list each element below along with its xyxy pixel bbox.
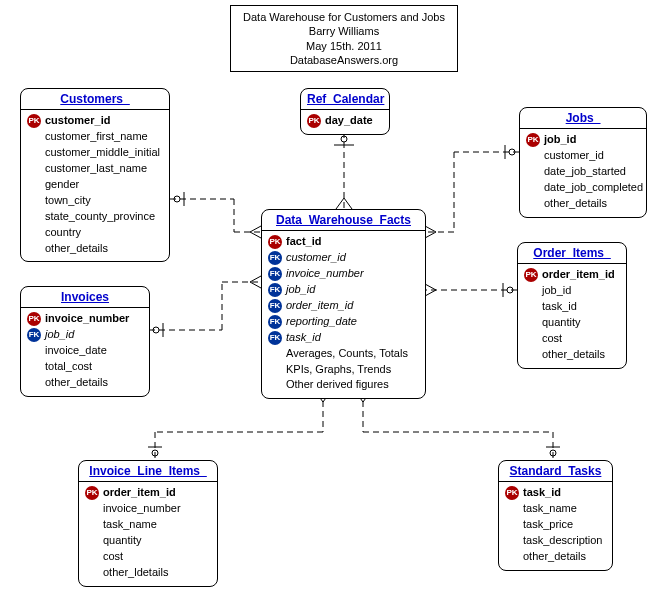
attribute-row: KPIs, Graphs, Trends (268, 362, 419, 378)
entity-header: Customers_ (21, 89, 169, 110)
svg-line-17 (250, 276, 261, 282)
attribute-row: gender (27, 177, 163, 193)
attribute-label: task_name (523, 501, 577, 517)
attribute-label: town_city (45, 193, 91, 209)
attribute-row: task_price (505, 517, 606, 533)
pk-icon: PK (268, 235, 282, 249)
svg-line-18 (250, 282, 261, 288)
attribute-label: quantity (103, 533, 142, 549)
attribute-row: PKorder_item_id (524, 267, 620, 283)
entity-header: Standard_Tasks (499, 461, 612, 482)
attribute-row: PKtask_id (505, 485, 606, 501)
attribute-row: task_name (505, 501, 606, 517)
attribute-row: job_id (524, 283, 620, 299)
entity-header: Data_Warehouse_Facts (262, 210, 425, 231)
entity-facts: Data_Warehouse_Facts PKfact_idFKcustomer… (261, 209, 426, 399)
svg-line-4 (344, 198, 352, 209)
title-line-2: Barry Williams (239, 24, 449, 38)
fk-icon: FK (268, 331, 282, 345)
attribute-row: other_details (27, 241, 163, 257)
attribute-row: PKcustomer_id (27, 113, 163, 129)
attribute-row: country (27, 225, 163, 241)
entity-body: PKjob_idcustomer_iddate_job_starteddate_… (520, 129, 646, 217)
fk-icon: FK (268, 251, 282, 265)
attribute-row: quantity (524, 315, 620, 331)
attribute-row: customer_id (526, 148, 640, 164)
entity-ref-calendar: Ref_Calendar PKday_date (300, 88, 390, 135)
entity-body: PKtask_idtask_nametask_pricetask_descrip… (499, 482, 612, 570)
attribute-row: other_details (27, 375, 143, 391)
attribute-label: Averages, Counts, Totals (286, 346, 408, 362)
attribute-row: town_city (27, 193, 163, 209)
attribute-row: quantity (85, 533, 211, 549)
diagram-title: Data Warehouse for Customers and Jobs Ba… (230, 5, 458, 72)
pk-icon: PK (524, 268, 538, 282)
attribute-label: other_ldetails (103, 565, 168, 581)
attribute-row: other_details (505, 549, 606, 565)
pk-icon: PK (526, 133, 540, 147)
svg-point-43 (550, 450, 556, 456)
attribute-row: PKinvoice_number (27, 311, 143, 327)
attribute-row: Other derived figures (268, 377, 419, 393)
attribute-row: Averages, Counts, Totals (268, 346, 419, 362)
attribute-label: other_details (45, 375, 108, 391)
entity-header: Jobs_ (520, 108, 646, 129)
fk-icon: FK (268, 283, 282, 297)
attribute-row: task_name (85, 517, 211, 533)
attribute-label: customer_id (544, 148, 604, 164)
attribute-label: other_details (45, 241, 108, 257)
entity-body: PKorder_item_idinvoice_numbertask_namequ… (79, 482, 217, 586)
pk-icon: PK (27, 312, 41, 326)
attribute-label: invoice_date (45, 343, 107, 359)
fk-icon: FK (268, 267, 282, 281)
attribute-label: date_job_started (544, 164, 626, 180)
attribute-row: total_cost (27, 359, 143, 375)
attribute-row: invoice_date (27, 343, 143, 359)
attribute-label: task_price (523, 517, 573, 533)
attribute-label: invoice_number (286, 266, 364, 282)
attribute-row: date_job_completed (526, 180, 640, 196)
attribute-label: gender (45, 177, 79, 193)
entity-invoices: Invoices PKinvoice_numberFKjob_idinvoice… (20, 286, 150, 397)
attribute-label: fact_id (286, 234, 321, 250)
attribute-row: date_job_started (526, 164, 640, 180)
attribute-row: FKorder_item_id (268, 298, 419, 314)
svg-line-3 (336, 198, 344, 209)
attribute-label: quantity (542, 315, 581, 331)
svg-point-8 (174, 196, 180, 202)
svg-line-11 (250, 232, 261, 238)
svg-point-27 (507, 287, 513, 293)
attribute-row: FKreporting_date (268, 314, 419, 330)
attribute-label: KPIs, Graphs, Trends (286, 362, 391, 378)
attribute-row: FKjob_id (27, 327, 143, 343)
attribute-label: customer_middle_initial (45, 145, 160, 161)
pk-icon: PK (27, 114, 41, 128)
entity-order-items: Order_Items_ PKorder_item_idjob_idtask_i… (517, 242, 627, 369)
svg-point-15 (153, 327, 159, 333)
title-line-4: DatabaseAnswers.org (239, 53, 449, 67)
title-line-3: May 15th. 2011 (239, 39, 449, 53)
attribute-label: other_details (544, 196, 607, 212)
attribute-row: other_ldetails (85, 565, 211, 581)
svg-point-22 (509, 149, 515, 155)
attribute-label: job_id (544, 132, 576, 148)
attribute-label: reporting_date (286, 314, 357, 330)
attribute-label: task_id (542, 299, 577, 315)
entity-header: Invoices (21, 287, 149, 308)
attribute-row: other_details (526, 196, 640, 212)
attribute-label: task_id (523, 485, 561, 501)
entity-invoice-line-items: Invoice_Line_Items_ PKorder_item_idinvoi… (78, 460, 218, 587)
svg-line-10 (250, 226, 261, 232)
entity-body: PKinvoice_numberFKjob_idinvoice_datetota… (21, 308, 149, 396)
attribute-label: customer_id (45, 113, 110, 129)
attribute-label: task_id (286, 330, 321, 346)
attribute-label: customer_first_name (45, 129, 148, 145)
svg-line-24 (425, 226, 436, 232)
attribute-label: job_id (286, 282, 315, 298)
fk-icon: FK (268, 315, 282, 329)
attribute-label: state_county_province (45, 209, 155, 225)
svg-point-2 (341, 136, 347, 142)
entity-body: PKfact_idFKcustomer_idFKinvoice_numberFK… (262, 231, 425, 398)
attribute-row: FKcustomer_id (268, 250, 419, 266)
svg-point-36 (152, 450, 158, 456)
